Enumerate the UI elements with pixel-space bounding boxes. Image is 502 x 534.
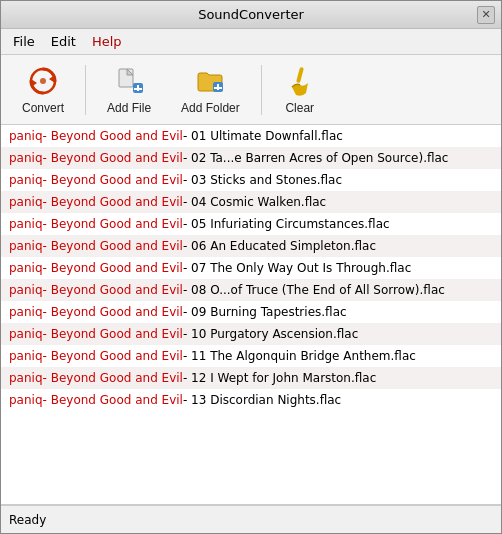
- file-list[interactable]: paniq - Beyond Good and Evil - 01 Ultima…: [1, 125, 501, 505]
- svg-point-3: [40, 78, 46, 84]
- file-row[interactable]: paniq - Beyond Good and Evil - 01 Ultima…: [1, 125, 501, 147]
- clear-button[interactable]: Clear: [270, 60, 330, 120]
- file-row[interactable]: paniq - Beyond Good and Evil - 13 Discor…: [1, 389, 501, 411]
- file-row[interactable]: paniq - Beyond Good and Evil - 06 An Edu…: [1, 235, 501, 257]
- svg-rect-7: [134, 88, 142, 90]
- file-row[interactable]: paniq - Beyond Good and Evil - 08 O...of…: [1, 279, 501, 301]
- toolbar-sep-2: [261, 65, 262, 115]
- menu-help[interactable]: Help: [84, 32, 130, 51]
- close-button[interactable]: ✕: [477, 6, 495, 24]
- file-row[interactable]: paniq - Beyond Good and Evil - 04 Cosmic…: [1, 191, 501, 213]
- app-window: SoundConverter ✕ File Edit Help Convert: [0, 0, 502, 534]
- clear-label: Clear: [285, 101, 314, 115]
- status-bar: Ready: [1, 505, 501, 533]
- add-file-icon: [113, 65, 145, 97]
- svg-rect-10: [214, 87, 222, 89]
- svg-marker-1: [49, 75, 55, 83]
- file-row[interactable]: paniq - Beyond Good and Evil - 02 Ta...e…: [1, 147, 501, 169]
- file-row[interactable]: paniq - Beyond Good and Evil - 11 The Al…: [1, 345, 501, 367]
- menubar: File Edit Help: [1, 29, 501, 55]
- clear-icon: [284, 65, 316, 97]
- svg-marker-2: [31, 79, 37, 87]
- convert-label: Convert: [22, 101, 64, 115]
- convert-button[interactable]: Convert: [9, 60, 77, 120]
- file-row[interactable]: paniq - Beyond Good and Evil - 09 Burnin…: [1, 301, 501, 323]
- add-folder-button[interactable]: Add Folder: [168, 60, 253, 120]
- add-folder-label: Add Folder: [181, 101, 240, 115]
- convert-icon: [27, 65, 59, 97]
- toolbar: Convert Add File: [1, 55, 501, 125]
- add-file-button[interactable]: Add File: [94, 60, 164, 120]
- toolbar-sep-1: [85, 65, 86, 115]
- menu-edit[interactable]: Edit: [43, 32, 84, 51]
- menu-file[interactable]: File: [5, 32, 43, 51]
- svg-rect-11: [296, 66, 304, 82]
- file-row[interactable]: paniq - Beyond Good and Evil - 03 Sticks…: [1, 169, 501, 191]
- window-title: SoundConverter: [25, 7, 477, 22]
- status-text: Ready: [9, 513, 46, 527]
- add-folder-icon: [194, 65, 226, 97]
- add-file-label: Add File: [107, 101, 151, 115]
- svg-rect-4: [119, 69, 133, 87]
- file-row[interactable]: paniq - Beyond Good and Evil - 10 Purgat…: [1, 323, 501, 345]
- file-row[interactable]: paniq - Beyond Good and Evil - 12 I Wept…: [1, 367, 501, 389]
- file-row[interactable]: paniq - Beyond Good and Evil - 07 The On…: [1, 257, 501, 279]
- file-row[interactable]: paniq - Beyond Good and Evil - 05 Infuri…: [1, 213, 501, 235]
- titlebar: SoundConverter ✕: [1, 1, 501, 29]
